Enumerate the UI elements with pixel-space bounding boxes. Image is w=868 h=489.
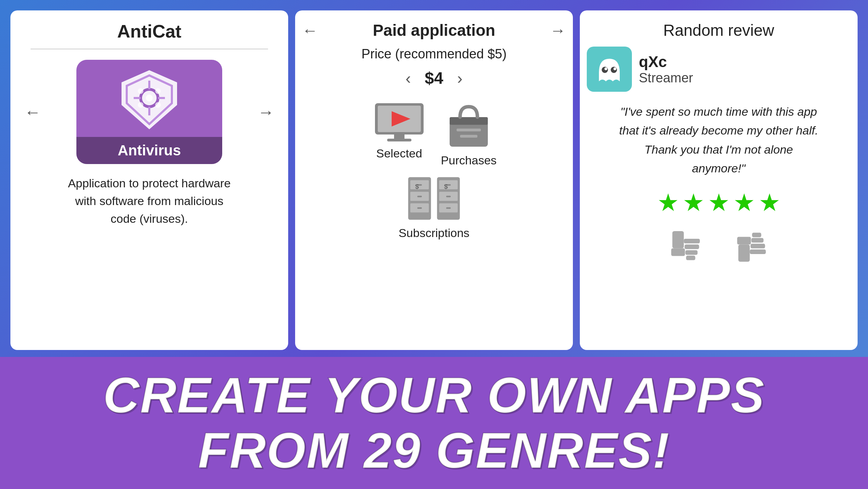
svg-rect-33 [446, 196, 451, 197]
app-icon-label: Antivirus [76, 137, 222, 164]
svg-point-40 [614, 67, 616, 70]
app-info: qXc Streamer [587, 47, 693, 92]
random-review-card: Random review qXc Streamer "I've spent [580, 10, 858, 350]
banner-line2: FROM 29 GENRES! [103, 423, 765, 479]
paid-app-title: Paid application [373, 21, 495, 40]
price-selector: ‹ $4 › [406, 68, 462, 88]
star-3: ★ [708, 188, 730, 217]
svg-rect-51 [752, 233, 761, 237]
svg-rect-48 [750, 249, 766, 254]
stars-row: ★ ★ ★ ★ ★ [657, 188, 781, 217]
price-down-arrow[interactable]: ‹ [406, 69, 411, 88]
subscriptions-label: Subscriptions [399, 226, 469, 240]
svg-rect-19 [457, 129, 481, 131]
svg-rect-20 [460, 135, 477, 138]
svg-point-38 [611, 67, 617, 73]
svg-rect-18 [450, 117, 488, 125]
svg-rect-27 [417, 207, 422, 209]
svg-rect-26 [417, 196, 422, 197]
svg-rect-50 [751, 238, 763, 242]
selected-option[interactable]: Selected [372, 101, 427, 167]
review-quote: "I've spent so much time with this app t… [618, 102, 819, 178]
anticat-title: AntiCat [117, 21, 182, 42]
svg-rect-49 [751, 244, 765, 248]
svg-text:$: $ [415, 183, 419, 190]
svg-rect-43 [685, 244, 699, 249]
app-description: Application to protect hardware with sof… [62, 174, 236, 228]
app-name-group: qXc Streamer [639, 53, 693, 85]
svg-rect-46 [671, 248, 685, 256]
svg-point-10 [138, 102, 143, 108]
svg-point-37 [602, 67, 608, 73]
star-1: ★ [657, 188, 679, 217]
options-row-1: Selected Purchases [372, 101, 497, 167]
svg-rect-15 [394, 135, 404, 139]
selected-label: Selected [376, 147, 422, 160]
shield-icon [115, 67, 184, 136]
bag-icon [444, 101, 493, 150]
subscriptions-option[interactable]: $ $ Subscriptions [399, 174, 469, 240]
svg-point-39 [604, 67, 607, 70]
app-type: Streamer [639, 71, 693, 85]
top-section: AntiCat ← [0, 0, 868, 357]
svg-rect-42 [684, 239, 700, 243]
star-4: ★ [733, 188, 755, 217]
star-2: ★ [683, 188, 704, 217]
thumbs-down-icon[interactable] [667, 227, 705, 266]
svg-rect-16 [387, 139, 411, 141]
svg-rect-41 [673, 231, 684, 248]
app-developer: qXc [639, 53, 693, 71]
app-icon-container: Antivirus [76, 60, 222, 164]
ghost-icon [587, 47, 632, 92]
options-grid: Selected Purchases [302, 101, 566, 240]
svg-rect-52 [737, 237, 751, 244]
anticat-card: AntiCat ← [10, 10, 288, 350]
review-title: Random review [663, 21, 774, 40]
svg-text:$: $ [444, 183, 448, 190]
star-5: ★ [759, 188, 781, 217]
purchases-option[interactable]: Purchases [441, 101, 497, 167]
options-row-2: $ $ Subscriptions [399, 174, 469, 240]
svg-rect-44 [685, 250, 698, 255]
price-label: Price (recommended $5) [361, 47, 507, 62]
price-up-arrow[interactable]: › [457, 69, 462, 88]
card2-nav-right[interactable]: → [550, 21, 566, 40]
svg-rect-47 [738, 244, 750, 262]
svg-point-7 [146, 95, 153, 101]
ghost-svg [592, 52, 627, 87]
svg-rect-34 [446, 207, 451, 209]
card1-nav-left[interactable]: ← [24, 103, 41, 122]
card2-nav-left[interactable]: ← [302, 21, 318, 40]
tv-icon [372, 101, 427, 143]
svg-point-9 [155, 88, 161, 94]
subscriptions-icon: $ $ [406, 174, 462, 223]
card1-divider [31, 49, 268, 49]
banner-text-container: CREATE YOUR OWN APPS FROM 29 GENRES! [103, 368, 765, 479]
card1-nav-right[interactable]: → [258, 103, 274, 122]
svg-rect-45 [686, 255, 695, 260]
thumbs-row [667, 227, 771, 266]
svg-point-11 [155, 102, 161, 108]
banner-line1: CREATE YOUR OWN APPS [103, 368, 765, 423]
svg-point-8 [138, 88, 143, 94]
thumbs-up-icon[interactable] [733, 227, 771, 266]
bottom-banner: CREATE YOUR OWN APPS FROM 29 GENRES! [0, 357, 868, 489]
purchases-label: Purchases [441, 154, 497, 167]
paid-app-header: ← Paid application → [302, 21, 566, 40]
price-value: $4 [425, 68, 443, 88]
paid-app-card: ← Paid application → Price (recommended … [295, 10, 573, 350]
